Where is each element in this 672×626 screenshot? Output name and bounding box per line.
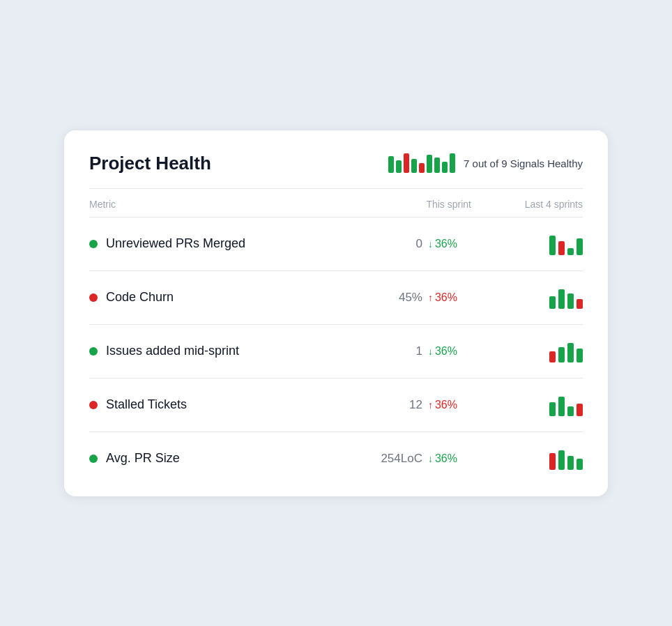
metric-current-value: 45% <box>399 291 422 305</box>
trend-value: 36% <box>435 291 457 304</box>
mini-bar <box>549 453 556 470</box>
trend-value: 36% <box>435 399 457 411</box>
metric-trend: ↑36% <box>428 291 457 304</box>
metric-value-cell: 45%↑36% <box>346 291 471 305</box>
mini-bar <box>576 238 583 255</box>
trend-value: 36% <box>435 345 457 358</box>
signal-bar <box>411 159 417 173</box>
mini-bar <box>576 349 583 362</box>
metric-dot <box>89 455 98 463</box>
trend-value: 36% <box>435 238 457 250</box>
arrow-up-icon: ↑ <box>428 292 433 303</box>
metric-label: Issues added mid-sprint <box>106 344 239 358</box>
mini-chart <box>471 287 583 309</box>
arrow-down-icon: ↓ <box>428 238 433 250</box>
mini-bar <box>558 397 565 416</box>
metric-label: Code Churn <box>106 290 174 305</box>
mini-bar <box>558 347 565 362</box>
mini-bar <box>567 406 574 416</box>
arrow-down-icon: ↓ <box>428 453 433 464</box>
mini-bar <box>576 459 583 470</box>
metric-trend: ↓36% <box>428 452 457 465</box>
metric-label: Stalled Tickets <box>106 397 187 412</box>
mini-chart <box>471 340 583 362</box>
mini-bar <box>576 404 583 416</box>
metric-value-cell: 1↓36% <box>346 344 471 358</box>
metric-dot <box>89 240 98 248</box>
mini-bar <box>549 296 556 309</box>
metric-name-cell: Stalled Tickets <box>89 397 346 412</box>
mini-bar <box>558 241 565 255</box>
signal-bar <box>450 153 455 173</box>
table-header: Metric This sprint Last 4 sprints <box>89 189 583 217</box>
mini-chart <box>471 448 583 470</box>
metric-current-value: 0 <box>416 237 422 251</box>
mini-bar <box>558 289 565 309</box>
metric-value-cell: 0↓36% <box>346 237 471 251</box>
mini-bar <box>576 299 583 309</box>
mini-chart <box>471 233 583 255</box>
metric-row: Unreviewed PRs Merged0↓36% <box>89 217 583 271</box>
mini-bar <box>549 402 556 416</box>
mini-bar <box>567 343 574 362</box>
metric-dot <box>89 347 98 356</box>
metric-current-value: 12 <box>409 398 422 412</box>
metric-value-cell: 254LoC↓36% <box>346 452 471 466</box>
metric-label: Avg. PR Size <box>106 451 180 466</box>
project-health-card: Project Health 7 out of 9 Signals Health… <box>64 130 608 496</box>
metric-name-cell: Issues added mid-sprint <box>89 344 346 358</box>
mini-bar <box>558 450 565 470</box>
signal-bars <box>388 153 455 173</box>
metric-label: Unreviewed PRs Merged <box>106 236 245 251</box>
mini-bar <box>549 236 556 255</box>
arrow-down-icon: ↓ <box>428 346 433 357</box>
col-metric-label: Metric <box>89 199 346 210</box>
metric-current-value: 1 <box>416 344 422 358</box>
metric-row: Issues added mid-sprint1↓36% <box>89 325 583 379</box>
signal-bar <box>388 156 394 173</box>
mini-bar <box>567 456 574 470</box>
metric-row: Code Churn45%↑36% <box>89 271 583 325</box>
col-last-4-label: Last 4 sprints <box>471 199 583 210</box>
signal-bar <box>396 160 402 173</box>
health-summary-text: 7 out of 9 Signals Healthy <box>464 158 583 169</box>
metric-name-cell: Unreviewed PRs Merged <box>89 236 346 251</box>
card-title: Project Health <box>89 153 211 174</box>
signal-bar <box>427 155 432 173</box>
metric-name-cell: Code Churn <box>89 290 346 305</box>
signal-bar <box>404 153 409 173</box>
card-header: Project Health 7 out of 9 Signals Health… <box>89 153 583 189</box>
mini-bar <box>567 293 574 309</box>
metric-trend: ↑36% <box>428 399 457 411</box>
mini-bar <box>549 351 556 362</box>
metric-row: Avg. PR Size254LoC↓36% <box>89 432 583 485</box>
signal-bar <box>434 158 440 173</box>
metric-trend: ↓36% <box>428 345 457 358</box>
metric-trend: ↓36% <box>428 238 457 250</box>
metric-name-cell: Avg. PR Size <box>89 451 346 466</box>
metric-row: Stalled Tickets12↑36% <box>89 379 583 432</box>
arrow-up-icon: ↑ <box>428 399 433 411</box>
metric-dot <box>89 293 98 302</box>
signal-bar <box>419 163 425 173</box>
mini-chart <box>471 394 583 416</box>
metric-current-value: 254LoC <box>381 452 422 466</box>
trend-value: 36% <box>435 452 457 465</box>
metric-dot <box>89 401 98 409</box>
mini-bar <box>567 248 574 255</box>
health-summary: 7 out of 9 Signals Healthy <box>388 153 583 173</box>
metrics-table: Unreviewed PRs Merged0↓36%Code Churn45%↑… <box>89 217 583 485</box>
signal-bar <box>442 162 448 173</box>
metric-value-cell: 12↑36% <box>346 398 471 412</box>
col-this-sprint-label: This sprint <box>346 199 471 210</box>
